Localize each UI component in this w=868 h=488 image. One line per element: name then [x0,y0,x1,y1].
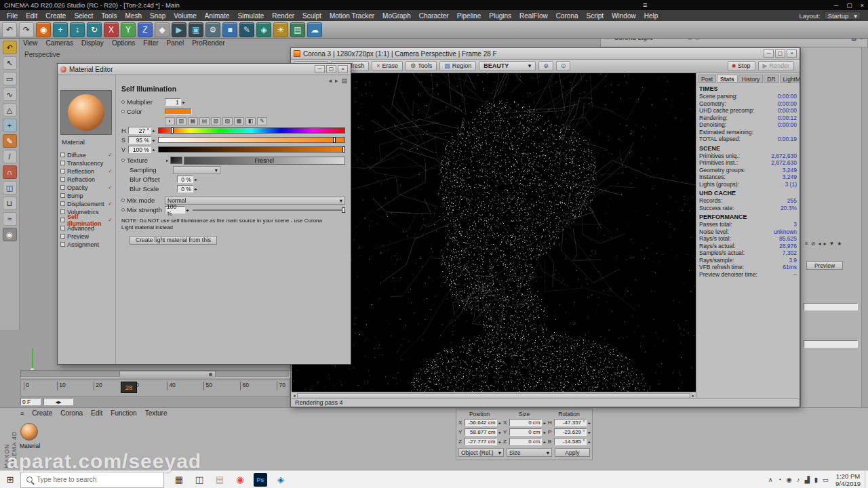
maximize-icon[interactable]: ▢ [326,65,336,73]
tab-lightmix[interactable]: LightMix [780,75,800,83]
attr-history-back-icon[interactable]: ◂ [818,241,821,247]
menu-snap[interactable]: Snap [146,12,170,20]
slider-handle[interactable] [333,137,336,143]
channel-checkbox[interactable] [60,209,65,214]
close-icon[interactable]: × [861,2,864,9]
spinner[interactable]: ◂▸ [587,421,590,425]
maximize-icon[interactable]: ▢ [775,49,785,58]
keyframe-dot[interactable] [121,110,125,113]
menu-script[interactable]: Script [583,12,608,20]
battery-icon[interactable]: ▮ [814,476,818,483]
attribute-field[interactable] [804,340,858,348]
create-light-material-button[interactable]: Create light material from this [130,236,217,245]
value-field[interactable]: 100 % [128,146,151,153]
from-image-icon[interactable]: ▦ [188,117,198,125]
keyframe-dot[interactable] [121,159,125,162]
color-swatch[interactable] [165,108,192,115]
erase-button[interactable]: ×Erase [372,61,403,71]
frame-start-field[interactable]: 0 F [20,398,41,405]
zoom-in-button[interactable]: ⊕ [538,61,553,71]
material-editor-titlebar[interactable]: Material Editor ─ ▢ × [58,64,351,75]
menu-motion-tracker[interactable]: Motion Tracker [326,12,378,20]
multiplier-field[interactable]: 1 [165,98,181,106]
people-icon[interactable]: ◫ [190,472,209,487]
coords-field[interactable]: -47.357 ° [554,419,587,426]
selection-arrow-icon[interactable]: ↖ [3,56,17,70]
menu-file[interactable]: File [3,12,22,20]
minimize-icon[interactable]: ─ [764,49,774,58]
attribute-field[interactable] [804,303,858,310]
viewport-menu-view[interactable]: View [23,39,38,47]
multiplier-spinner[interactable]: ◂▸ [182,100,184,104]
coords-field[interactable]: 0 cm [509,419,542,426]
attr-bookmark-icon[interactable]: ★ [837,241,842,247]
channel-advanced[interactable]: Advanced [60,224,113,232]
layout-toggle-icon[interactable]: ▤ [341,77,347,84]
saturation-slider[interactable] [158,137,345,143]
app-tray-icon[interactable]: ◉ [786,476,791,483]
live-selection-icon[interactable]: ◉ [36,22,51,37]
mirror-tool-icon[interactable]: ◫ [3,181,17,195]
channel-checkbox[interactable] [60,161,65,165]
stop-button[interactable]: ■Stop [728,61,755,71]
mix-mode-dropdown[interactable]: Normal▾ [165,197,345,205]
render-view-icon[interactable]: ▶ [172,22,186,37]
material-preview-well[interactable] [60,90,112,135]
blur-offset-spinner[interactable]: ◂▸ [194,177,197,182]
spinner[interactable]: ◂▸ [587,430,590,434]
size-mode-dropdown[interactable]: Size▾ [507,448,552,457]
range-handle[interactable] [119,371,216,378]
menu-animate[interactable]: Animate [201,12,234,20]
texture-button[interactable]: Fresnel [184,157,345,165]
channel-checkbox[interactable] [60,193,65,198]
saturation-field[interactable]: 95 % [128,136,151,144]
paint-tool-icon[interactable]: ✎ [3,134,17,148]
region-button[interactable]: ▧Region [439,61,476,71]
z-axis-lock-icon[interactable]: Z [138,22,153,37]
coords-field[interactable]: -14.585 ° [554,438,587,445]
spinner[interactable]: ◂▸ [498,430,500,434]
channel-opacity[interactable]: Opacity✓ [60,184,113,191]
material-name[interactable]: Material [62,138,113,146]
spline-pen-icon[interactable]: ✎ [239,22,254,37]
task-view-icon[interactable]: ▦ [170,472,189,487]
menu-realflow[interactable]: RealFlow [515,12,552,20]
attr-mode-icon[interactable]: ≡ [805,241,808,247]
undo-icon[interactable]: ↶ [2,22,17,37]
layout-dropdown[interactable]: Startup ▾ [824,12,861,20]
spinner[interactable]: ◂▸ [542,421,545,425]
mixer-mode-icon[interactable]: ◧ [245,117,256,125]
menu-mograph[interactable]: MoGraph [378,12,415,20]
x-axis-lock-icon[interactable]: X [104,22,119,37]
channel-diffuse[interactable]: Diffuse✓ [60,151,113,159]
object-mode-dropdown[interactable]: Object (Rel.)▾ [458,448,504,457]
tab-history[interactable]: History [738,75,763,83]
frame-stepper[interactable]: ◂▸ [43,398,73,405]
expand-arrow-icon[interactable]: ▸ [166,158,169,163]
maximize-icon[interactable]: ▢ [846,2,852,9]
mix-strength-field[interactable]: 100 % [165,206,185,214]
nav-forward-icon[interactable]: ▸ [335,77,338,84]
channel-checkbox[interactable] [60,242,65,247]
stacked-windows-icon[interactable]: ≡ [643,1,647,9]
blur-scale-field[interactable]: 0 % [177,185,193,192]
rectangle-selection-icon[interactable]: ▭ [3,72,17,85]
hue-slider[interactable] [158,127,345,134]
apply-button[interactable]: Apply [555,448,590,457]
move-icon[interactable]: + [53,22,68,37]
slider-handle[interactable] [342,207,345,213]
menu-help[interactable]: Help [640,12,663,20]
light-icon[interactable]: ☀ [273,22,288,37]
tray-expand-icon[interactable]: ∧ [768,476,773,483]
swatches-icon[interactable]: ▤ [199,117,210,125]
coordinate-system-icon[interactable]: ◆ [155,22,170,37]
window-titlebar[interactable]: CINEMA 4D R20.026 Studio (RC - R20) - [T… [0,0,868,10]
y-axis-lock-icon[interactable]: Y [121,22,136,37]
picker-pen-icon[interactable]: ✎ [257,117,267,125]
channel-checkbox[interactable] [60,234,65,239]
attr-history-forward-icon[interactable]: ▸ [823,241,826,247]
menu-render[interactable]: Render [268,12,298,20]
coords-field[interactable]: 0 cm [509,428,542,436]
bottom-menu-corona[interactable]: Corona [60,409,83,417]
volume-icon[interactable]: ♪ [797,476,800,483]
